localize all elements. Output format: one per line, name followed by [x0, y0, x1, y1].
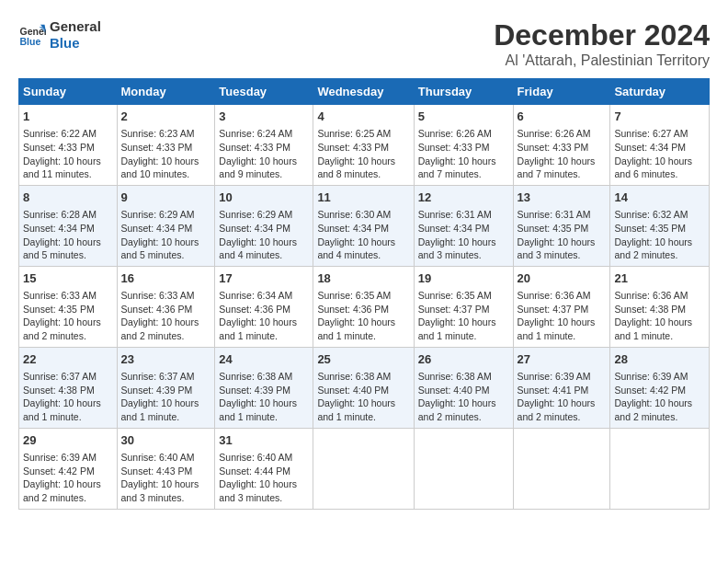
day-info: Sunrise: 6:34 AM Sunset: 4:36 PM Dayligh…: [219, 289, 309, 343]
header-cell-tuesday: Tuesday: [215, 79, 313, 105]
day-number: 20: [518, 270, 607, 287]
day-number: 10: [219, 190, 309, 206]
day-number: 19: [418, 270, 509, 287]
calendar-cell: 26Sunrise: 6:38 AM Sunset: 4:40 PM Dayli…: [414, 347, 513, 428]
day-info: Sunrise: 6:33 AM Sunset: 4:35 PM Dayligh…: [23, 289, 113, 343]
calendar-cell: 7Sunrise: 6:27 AM Sunset: 4:34 PM Daylig…: [610, 105, 710, 186]
calendar-cell: 5Sunrise: 6:26 AM Sunset: 4:33 PM Daylig…: [414, 105, 513, 186]
day-number: 18: [317, 270, 409, 287]
day-info: Sunrise: 6:30 AM Sunset: 4:34 PM Dayligh…: [317, 208, 409, 262]
day-info: Sunrise: 6:36 AM Sunset: 4:37 PM Dayligh…: [518, 289, 607, 343]
day-number: 3: [219, 109, 309, 125]
day-number: 14: [614, 190, 705, 206]
day-info: Sunrise: 6:22 AM Sunset: 4:33 PM Dayligh…: [23, 127, 113, 181]
day-info: Sunrise: 6:37 AM Sunset: 4:39 PM Dayligh…: [121, 370, 211, 424]
day-info: Sunrise: 6:27 AM Sunset: 4:34 PM Dayligh…: [614, 127, 705, 181]
day-info: Sunrise: 6:38 AM Sunset: 4:40 PM Dayligh…: [418, 370, 509, 424]
day-number: 29: [23, 432, 113, 449]
day-number: 17: [219, 270, 309, 287]
day-info: Sunrise: 6:33 AM Sunset: 4:36 PM Dayligh…: [121, 289, 211, 343]
page-subtitle: Al 'Attarah, Palestinian Territory: [494, 52, 710, 69]
day-info: Sunrise: 6:29 AM Sunset: 4:34 PM Dayligh…: [219, 208, 309, 262]
calendar-cell: 14Sunrise: 6:32 AM Sunset: 4:35 PM Dayli…: [610, 185, 710, 266]
day-number: 5: [418, 109, 509, 125]
page-header: General Blue General Blue December 2024 …: [18, 18, 710, 69]
day-number: 23: [121, 351, 211, 368]
calendar-cell: 24Sunrise: 6:38 AM Sunset: 4:39 PM Dayli…: [215, 347, 313, 428]
day-info: Sunrise: 6:28 AM Sunset: 4:34 PM Dayligh…: [23, 208, 113, 262]
calendar-cell: 2Sunrise: 6:23 AM Sunset: 4:33 PM Daylig…: [117, 105, 215, 186]
day-info: Sunrise: 6:24 AM Sunset: 4:33 PM Dayligh…: [219, 127, 309, 181]
calendar-cell: 11Sunrise: 6:30 AM Sunset: 4:34 PM Dayli…: [313, 185, 414, 266]
day-info: Sunrise: 6:29 AM Sunset: 4:34 PM Dayligh…: [121, 208, 211, 262]
logo: General Blue General Blue: [18, 18, 101, 52]
calendar-cell: 20Sunrise: 6:36 AM Sunset: 4:37 PM Dayli…: [513, 266, 610, 347]
day-info: Sunrise: 6:39 AM Sunset: 4:42 PM Dayligh…: [23, 451, 113, 505]
calendar-cell: [513, 428, 610, 509]
calendar-cell: 27Sunrise: 6:39 AM Sunset: 4:41 PM Dayli…: [513, 347, 610, 428]
day-number: 6: [518, 109, 607, 125]
day-number: 26: [418, 351, 509, 368]
day-info: Sunrise: 6:23 AM Sunset: 4:33 PM Dayligh…: [121, 127, 211, 181]
day-info: Sunrise: 6:38 AM Sunset: 4:39 PM Dayligh…: [219, 370, 309, 424]
calendar-cell: 10Sunrise: 6:29 AM Sunset: 4:34 PM Dayli…: [215, 185, 313, 266]
calendar-cell: 30Sunrise: 6:40 AM Sunset: 4:43 PM Dayli…: [117, 428, 215, 509]
calendar-cell: 1Sunrise: 6:22 AM Sunset: 4:33 PM Daylig…: [19, 105, 118, 186]
calendar-cell: 17Sunrise: 6:34 AM Sunset: 4:36 PM Dayli…: [215, 266, 313, 347]
day-number: 24: [219, 351, 309, 368]
day-info: Sunrise: 6:35 AM Sunset: 4:36 PM Dayligh…: [317, 289, 409, 343]
svg-text:Blue: Blue: [20, 36, 41, 47]
day-info: Sunrise: 6:35 AM Sunset: 4:37 PM Dayligh…: [418, 289, 509, 343]
day-info: Sunrise: 6:26 AM Sunset: 4:33 PM Dayligh…: [418, 127, 509, 181]
calendar-week-row: 22Sunrise: 6:37 AM Sunset: 4:38 PM Dayli…: [19, 347, 710, 428]
calendar-cell: [313, 428, 414, 509]
header-cell-friday: Friday: [513, 79, 610, 105]
day-info: Sunrise: 6:36 AM Sunset: 4:38 PM Dayligh…: [614, 289, 705, 343]
calendar-cell: 12Sunrise: 6:31 AM Sunset: 4:34 PM Dayli…: [414, 185, 513, 266]
day-number: 7: [614, 109, 705, 125]
calendar-week-row: 29Sunrise: 6:39 AM Sunset: 4:42 PM Dayli…: [19, 428, 710, 509]
day-info: Sunrise: 6:31 AM Sunset: 4:34 PM Dayligh…: [418, 208, 509, 262]
day-info: Sunrise: 6:39 AM Sunset: 4:42 PM Dayligh…: [614, 370, 705, 424]
day-number: 30: [121, 432, 211, 449]
calendar-body: 1Sunrise: 6:22 AM Sunset: 4:33 PM Daylig…: [19, 105, 710, 510]
calendar-week-row: 15Sunrise: 6:33 AM Sunset: 4:35 PM Dayli…: [19, 266, 710, 347]
header-cell-sunday: Sunday: [19, 79, 118, 105]
day-number: 15: [23, 270, 113, 287]
calendar-cell: [414, 428, 513, 509]
day-number: 13: [518, 190, 607, 206]
day-number: 1: [23, 109, 113, 125]
calendar-cell: 3Sunrise: 6:24 AM Sunset: 4:33 PM Daylig…: [215, 105, 313, 186]
calendar-cell: 16Sunrise: 6:33 AM Sunset: 4:36 PM Dayli…: [117, 266, 215, 347]
logo-icon: General Blue: [18, 21, 46, 49]
day-number: 21: [614, 270, 705, 287]
calendar-cell: 23Sunrise: 6:37 AM Sunset: 4:39 PM Dayli…: [117, 347, 215, 428]
day-info: Sunrise: 6:26 AM Sunset: 4:33 PM Dayligh…: [518, 127, 607, 181]
day-number: 16: [121, 270, 211, 287]
calendar-week-row: 8Sunrise: 6:28 AM Sunset: 4:34 PM Daylig…: [19, 185, 710, 266]
day-number: 22: [23, 351, 113, 368]
day-info: Sunrise: 6:31 AM Sunset: 4:35 PM Dayligh…: [518, 208, 607, 262]
calendar-cell: 19Sunrise: 6:35 AM Sunset: 4:37 PM Dayli…: [414, 266, 513, 347]
calendar-cell: 6Sunrise: 6:26 AM Sunset: 4:33 PM Daylig…: [513, 105, 610, 186]
calendar-cell: 15Sunrise: 6:33 AM Sunset: 4:35 PM Dayli…: [19, 266, 118, 347]
calendar-cell: 28Sunrise: 6:39 AM Sunset: 4:42 PM Dayli…: [610, 347, 710, 428]
day-number: 28: [614, 351, 705, 368]
calendar-cell: [610, 428, 710, 509]
day-number: 4: [317, 109, 409, 125]
day-info: Sunrise: 6:40 AM Sunset: 4:44 PM Dayligh…: [219, 451, 309, 505]
calendar-cell: 13Sunrise: 6:31 AM Sunset: 4:35 PM Dayli…: [513, 185, 610, 266]
header-cell-wednesday: Wednesday: [313, 79, 414, 105]
day-number: 12: [418, 190, 509, 206]
calendar-cell: 9Sunrise: 6:29 AM Sunset: 4:34 PM Daylig…: [117, 185, 215, 266]
calendar-cell: 18Sunrise: 6:35 AM Sunset: 4:36 PM Dayli…: [313, 266, 414, 347]
day-info: Sunrise: 6:32 AM Sunset: 4:35 PM Dayligh…: [614, 208, 705, 262]
day-number: 2: [121, 109, 211, 125]
header-cell-saturday: Saturday: [610, 79, 710, 105]
day-info: Sunrise: 6:40 AM Sunset: 4:43 PM Dayligh…: [121, 451, 211, 505]
day-number: 31: [219, 432, 309, 449]
calendar-week-row: 1Sunrise: 6:22 AM Sunset: 4:33 PM Daylig…: [19, 105, 710, 186]
day-info: Sunrise: 6:39 AM Sunset: 4:41 PM Dayligh…: [518, 370, 607, 424]
day-info: Sunrise: 6:37 AM Sunset: 4:38 PM Dayligh…: [23, 370, 113, 424]
day-info: Sunrise: 6:25 AM Sunset: 4:33 PM Dayligh…: [317, 127, 409, 181]
